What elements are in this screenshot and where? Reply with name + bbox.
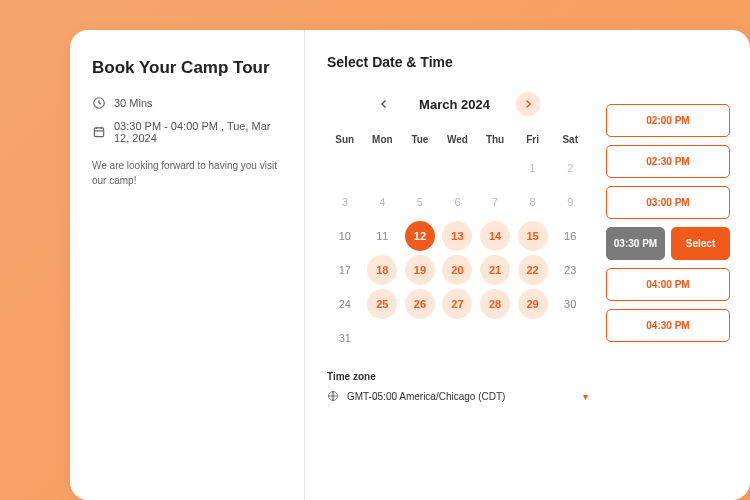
calendar-day[interactable]: 29 xyxy=(518,289,548,319)
chevron-right-icon xyxy=(523,99,533,109)
calendar-day[interactable]: 28 xyxy=(480,289,510,319)
calendar-grid: 1234567891011121314151617181920212223242… xyxy=(327,153,588,353)
svg-rect-1 xyxy=(94,128,103,137)
calendar-day: 31 xyxy=(330,323,360,353)
month-nav: March 2024 xyxy=(327,92,588,116)
calendar-heading: Select Date & Time xyxy=(327,54,588,70)
calendar-day: 6 xyxy=(442,187,472,217)
booking-card: Book Your Camp Tour 30 Mins 03:30 PM - 0… xyxy=(70,30,750,500)
calendar-day[interactable]: 14 xyxy=(480,221,510,251)
calendar-day: 30 xyxy=(555,289,585,319)
month-label: March 2024 xyxy=(419,97,490,112)
calendar-day[interactable]: 15 xyxy=(518,221,548,251)
duration-row: 30 Mins xyxy=(92,96,282,110)
booking-description: We are looking forward to having you vis… xyxy=(92,158,282,188)
booking-title: Book Your Camp Tour xyxy=(92,58,282,78)
weekday-header: SunMonTueWedThuFriSat xyxy=(327,134,588,145)
calendar-day[interactable]: 25 xyxy=(367,289,397,319)
duration-text: 30 Mins xyxy=(114,97,153,109)
calendar-icon xyxy=(92,125,106,139)
calendar-day[interactable]: 20 xyxy=(442,255,472,285)
weekday-label: Wed xyxy=(440,134,476,145)
calendar-day: 24 xyxy=(330,289,360,319)
weekday-label: Fri xyxy=(515,134,551,145)
chevron-left-icon xyxy=(379,99,389,109)
calendar-day[interactable]: 22 xyxy=(518,255,548,285)
time-slot-selected: 03:30 PMSelect xyxy=(606,227,730,260)
time-slot[interactable]: 02:30 PM xyxy=(606,145,730,178)
time-slot[interactable]: 02:00 PM xyxy=(606,104,730,137)
calendar-day[interactable]: 21 xyxy=(480,255,510,285)
calendar-day: 9 xyxy=(555,187,585,217)
caret-down-icon: ▾ xyxy=(583,391,588,402)
weekday-label: Tue xyxy=(402,134,438,145)
clock-icon xyxy=(92,96,106,110)
calendar-day: 3 xyxy=(330,187,360,217)
calendar-day: 23 xyxy=(555,255,585,285)
calendar-day: 5 xyxy=(405,187,435,217)
prev-month-button[interactable] xyxy=(375,95,393,113)
selected-time-label: 03:30 PM xyxy=(606,227,665,260)
calendar-day: 7 xyxy=(480,187,510,217)
timezone-label: Time zone xyxy=(327,371,588,382)
calendar-day: 10 xyxy=(330,221,360,251)
next-month-button[interactable] xyxy=(516,92,540,116)
calendar-day: 11 xyxy=(367,221,397,251)
calendar-day[interactable]: 18 xyxy=(367,255,397,285)
time-slots-column: 02:00 PM02:30 PM03:00 PM03:30 PMSelect04… xyxy=(606,54,730,484)
datetime-row: 03:30 PM - 04:00 PM , Tue, Mar 12, 2024 xyxy=(92,120,282,144)
calendar-column: Select Date & Time March 2024 SunMonTueW… xyxy=(327,54,588,484)
calendar-day: 8 xyxy=(518,187,548,217)
calendar-day[interactable]: 19 xyxy=(405,255,435,285)
calendar-day[interactable]: 26 xyxy=(405,289,435,319)
time-slot[interactable]: 03:00 PM xyxy=(606,186,730,219)
calendar-day[interactable]: 12 xyxy=(405,221,435,251)
weekday-label: Mon xyxy=(365,134,401,145)
timezone-selector[interactable]: GMT-05:00 America/Chicago (CDT) ▾ xyxy=(327,390,588,402)
timezone-value: GMT-05:00 America/Chicago (CDT) xyxy=(347,391,505,402)
time-slot[interactable]: 04:30 PM xyxy=(606,309,730,342)
weekday-label: Sun xyxy=(327,134,363,145)
datetime-text: 03:30 PM - 04:00 PM , Tue, Mar 12, 2024 xyxy=(114,120,282,144)
calendar-day: 17 xyxy=(330,255,360,285)
time-slot[interactable]: 04:00 PM xyxy=(606,268,730,301)
globe-icon xyxy=(327,390,339,402)
weekday-label: Sat xyxy=(552,134,588,145)
calendar-day: 16 xyxy=(555,221,585,251)
calendar-panel: Select Date & Time March 2024 SunMonTueW… xyxy=(305,30,750,500)
booking-info-panel: Book Your Camp Tour 30 Mins 03:30 PM - 0… xyxy=(70,30,305,500)
calendar-day[interactable]: 13 xyxy=(442,221,472,251)
weekday-label: Thu xyxy=(477,134,513,145)
calendar-day: 2 xyxy=(555,153,585,183)
calendar-day[interactable]: 27 xyxy=(442,289,472,319)
calendar-day: 1 xyxy=(518,153,548,183)
calendar-day: 4 xyxy=(367,187,397,217)
select-button[interactable]: Select xyxy=(671,227,730,260)
